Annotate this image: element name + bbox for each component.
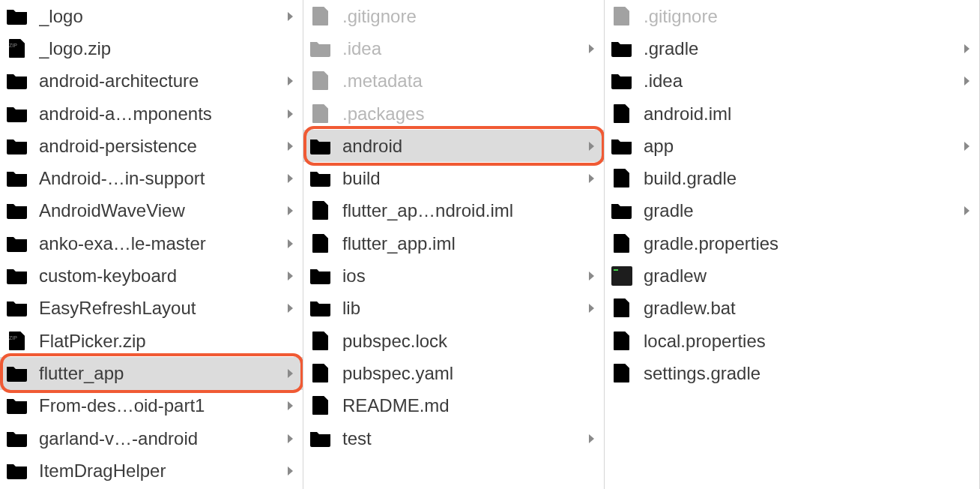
folder-icon (309, 38, 332, 60)
list-item[interactable]: android-a…mponents (0, 98, 303, 130)
chevron-right-icon (961, 206, 973, 215)
item-label: pubspec.lock (342, 331, 598, 352)
list-item[interactable]: gradlew (605, 260, 979, 292)
item-label: ios (342, 266, 581, 286)
list-item[interactable]: README.md (303, 390, 604, 422)
item-label: .metadata (342, 70, 598, 92)
chevron-right-icon (285, 12, 297, 21)
list-item[interactable]: custom-keyboard (0, 260, 303, 292)
folder-icon (611, 70, 633, 92)
folder-icon (6, 362, 28, 385)
list-item[interactable]: ItemDragHelper (0, 454, 303, 487)
file-icon (309, 200, 332, 222)
list-item[interactable]: flutter_app.iml (303, 227, 604, 260)
list-item[interactable]: build (303, 162, 604, 194)
finder-column-3[interactable]: .gitignore.gradle.ideaandroid.imlappbuil… (605, 0, 979, 489)
chevron-right-icon (285, 206, 297, 215)
list-item[interactable]: gradle.properties (605, 227, 979, 260)
item-label: flutter_app (39, 363, 280, 384)
item-label: From-des…oid-part1 (39, 395, 280, 416)
folder-icon (309, 428, 332, 450)
item-label: ItemDragHelper (39, 460, 280, 482)
file-icon (309, 232, 332, 255)
item-label: _logo.zip (39, 38, 297, 59)
list-item[interactable]: garland-v…-android (0, 422, 303, 454)
folder-icon (309, 265, 332, 287)
item-label: .idea (644, 70, 957, 92)
file-icon (309, 330, 332, 352)
folder-icon (6, 5, 28, 28)
list-item[interactable]: .gitignore (303, 0, 604, 32)
file-icon (611, 103, 633, 125)
item-label: gradlew (644, 266, 973, 286)
item-label: .gitignore (342, 6, 598, 27)
folder-icon (6, 167, 28, 190)
item-label: lib (342, 298, 581, 319)
item-label: pubspec.yaml (342, 363, 598, 384)
list-item[interactable]: build.gradle (605, 162, 979, 194)
chevron-right-icon (285, 401, 297, 410)
list-item[interactable]: ZIPFlatPicker.zip (0, 325, 303, 357)
zip-icon: ZIP (6, 38, 28, 60)
item-label: garland-v…-android (39, 428, 280, 449)
item-label: android-persistence (39, 136, 280, 157)
item-label: build (342, 168, 581, 189)
list-item[interactable]: ios (303, 260, 604, 292)
list-item[interactable]: From-des…oid-part1 (0, 390, 303, 422)
list-item[interactable]: test (303, 422, 604, 454)
item-label: .idea (342, 38, 581, 59)
list-item[interactable]: .gradle (605, 32, 979, 64)
folder-icon (6, 297, 28, 320)
list-item[interactable]: AndroidWaveView (0, 195, 303, 227)
list-item[interactable]: .gitignore (605, 0, 979, 32)
folder-icon (309, 167, 332, 190)
list-item[interactable]: .idea (605, 65, 979, 98)
list-item[interactable]: anko-exa…le-master (0, 227, 303, 260)
list-item[interactable]: android (303, 130, 604, 162)
chevron-right-icon (285, 142, 297, 151)
list-item[interactable]: flutter_ap…ndroid.iml (303, 195, 604, 227)
file-icon (611, 5, 633, 28)
list-item[interactable]: .idea (303, 32, 604, 64)
finder-column-1[interactable]: _logoZIP_logo.zipandroid-architectureand… (0, 0, 303, 489)
list-item[interactable]: app (605, 130, 979, 162)
chevron-right-icon (285, 239, 297, 248)
item-label: flutter_ap…ndroid.iml (342, 200, 598, 221)
folder-icon (6, 428, 28, 450)
chevron-right-icon (586, 44, 598, 53)
file-icon (309, 5, 332, 28)
chevron-right-icon (285, 434, 297, 443)
list-item[interactable]: pubspec.lock (303, 325, 604, 357)
list-item[interactable]: EasyRefreshLayout (0, 292, 303, 325)
list-item[interactable]: .packages (303, 98, 604, 130)
item-label: _logo (39, 6, 280, 27)
item-label: settings.gradle (644, 363, 973, 384)
list-item[interactable]: android-architecture (0, 65, 303, 98)
list-item[interactable]: gradle (605, 195, 979, 227)
list-item[interactable]: _logo (0, 0, 303, 32)
item-label: .packages (342, 104, 598, 124)
list-item[interactable]: pubspec.yaml (303, 357, 604, 389)
list-item[interactable]: settings.gradle (605, 357, 979, 389)
chevron-right-icon (586, 434, 598, 443)
folder-icon (611, 135, 633, 158)
item-label: README.md (342, 395, 598, 416)
file-icon (611, 297, 633, 320)
chevron-right-icon (285, 466, 297, 476)
chevron-right-icon (285, 369, 297, 378)
item-label: gradle.properties (644, 233, 973, 254)
list-item[interactable]: lib (303, 292, 604, 325)
finder-column-2[interactable]: .gitignore.idea.metadata.packagesandroid… (303, 0, 605, 489)
file-icon (611, 362, 633, 385)
list-item[interactable]: ZIP_logo.zip (0, 32, 303, 64)
list-item[interactable]: android-persistence (0, 130, 303, 162)
list-item[interactable]: .metadata (303, 65, 604, 98)
item-label: .gitignore (644, 6, 973, 27)
list-item[interactable]: flutter_app (0, 357, 303, 389)
chevron-right-icon (961, 44, 973, 53)
list-item[interactable]: local.properties (605, 325, 979, 357)
list-item[interactable]: android.iml (605, 98, 979, 130)
list-item[interactable]: gradlew.bat (605, 292, 979, 325)
list-item[interactable]: Android-…in-support (0, 162, 303, 194)
chevron-right-icon (961, 76, 973, 86)
